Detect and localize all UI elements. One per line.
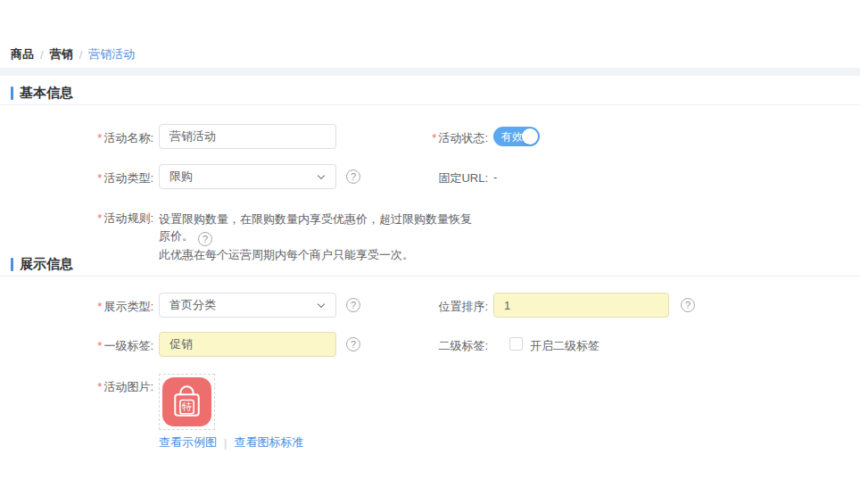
display-type-value: 首页分类	[170, 297, 216, 313]
activity-image-uploader[interactable]: 特	[159, 374, 215, 430]
activity-rule-label: *活动规则:	[0, 211, 153, 227]
link-divider: |	[224, 436, 227, 450]
section-header-display-info: 展示信息	[0, 253, 860, 277]
activity-name-input[interactable]	[159, 124, 336, 149]
breadcrumb-separator: /	[79, 48, 83, 62]
fixed-url-label: 固定URL:	[375, 170, 488, 186]
activity-rule-help-icon[interactable]: ?	[198, 232, 212, 246]
section-accent-bar	[11, 258, 13, 271]
display-type-select[interactable]: 首页分类	[159, 293, 336, 318]
display-type-help-icon[interactable]: ?	[346, 298, 360, 312]
breadcrumb-item-marketing-activity: 营销活动	[88, 46, 135, 62]
activity-type-select[interactable]: 限购	[159, 164, 336, 189]
section-title: 展示信息	[20, 256, 73, 273]
section-title: 基本信息	[20, 85, 73, 102]
required-mark: *	[97, 211, 102, 225]
section-header-basic-info: 基本信息	[0, 82, 860, 105]
primary-tag-help-icon[interactable]: ?	[346, 337, 360, 351]
secondary-tag-checkbox[interactable]	[509, 337, 523, 351]
breadcrumb-item-products[interactable]: 商品	[11, 46, 34, 62]
activity-type-help-icon[interactable]: ?	[346, 169, 360, 184]
activity-image-label: *活动图片:	[0, 379, 153, 395]
chevron-down-icon	[317, 300, 325, 308]
view-icon-standard-link[interactable]: 查看图标标准	[234, 434, 303, 450]
marketing-activity-page: 商品 / 营销 / 营销活动 基本信息 *活动名称: *活动状态: 有效 *活动…	[0, 0, 860, 504]
activity-status-label: *活动状态:	[375, 130, 488, 146]
position-order-label: 位置排序:	[375, 299, 488, 315]
required-mark: *	[432, 131, 436, 145]
display-type-label: *展示类型:	[0, 299, 153, 315]
required-mark: *	[97, 339, 102, 352]
image-links: 查看示例图 | 查看图标标准	[159, 434, 303, 450]
activity-status-toggle[interactable]: 有效	[493, 127, 540, 146]
activity-type-value: 限购	[170, 169, 193, 185]
toggle-knob	[522, 128, 538, 145]
breadcrumb-separator: /	[40, 48, 44, 62]
primary-tag-label: *一级标签:	[0, 338, 153, 354]
secondary-tag-label: 二级标签:	[375, 338, 488, 354]
required-mark: *	[97, 171, 102, 185]
view-example-link[interactable]: 查看示例图	[159, 434, 217, 450]
fixed-url-value: -	[493, 170, 497, 184]
position-order-help-icon[interactable]: ?	[681, 298, 695, 312]
required-mark: *	[97, 131, 102, 145]
primary-tag-input[interactable]	[159, 332, 336, 357]
secondary-tag-checkbox-label: 开启二级标签	[530, 338, 600, 354]
required-mark: *	[97, 300, 102, 313]
section-accent-bar	[11, 87, 13, 100]
breadcrumb: 商品 / 营销 / 营销活动	[11, 46, 135, 62]
svg-text:特: 特	[181, 401, 192, 413]
activity-type-label: *活动类型:	[0, 170, 153, 186]
activity-image-preview: 特	[162, 377, 211, 426]
breadcrumb-item-marketing[interactable]: 营销	[50, 46, 73, 62]
position-order-input[interactable]	[493, 293, 669, 318]
shopping-bag-icon: 特	[162, 377, 211, 426]
toggle-on-label: 有效	[501, 127, 523, 146]
required-mark: *	[97, 380, 102, 393]
chevron-down-icon	[317, 171, 325, 179]
page-divider	[0, 68, 860, 76]
activity-name-label: *活动名称:	[0, 130, 153, 146]
